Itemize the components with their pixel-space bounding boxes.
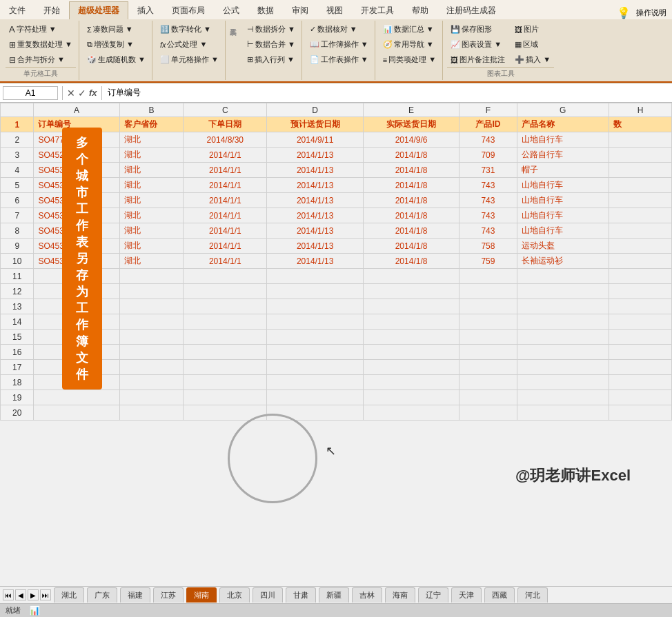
confirm-formula-icon[interactable]: ✓ — [78, 88, 86, 99]
cell-f7[interactable]: 743 — [459, 208, 517, 223]
cell-c3[interactable]: 2014/1/1 — [184, 148, 267, 163]
cell-b8[interactable]: 湖北 — [119, 223, 183, 239]
tab-super[interactable]: 超级处理器 — [69, 1, 128, 19]
cell-h6[interactable] — [609, 193, 671, 208]
cell-c1[interactable]: 下单日期 — [184, 117, 267, 132]
cell-e9[interactable]: 2014/1/8 — [363, 239, 459, 254]
tab-insert[interactable]: 插入 — [128, 1, 163, 19]
tab-next-btn[interactable]: ▶ — [28, 589, 39, 600]
tab-last-btn[interactable]: ⏭ — [40, 589, 51, 600]
formula-process-btn[interactable]: fx 公式处理 ▼ — [157, 37, 222, 52]
cell-b10[interactable]: 湖北 — [119, 254, 183, 269]
cell-f10[interactable]: 759 — [459, 254, 517, 269]
formula-input[interactable] — [106, 87, 669, 99]
sheet-tab-jiangsu[interactable]: 江苏 — [153, 587, 184, 603]
cell-g10[interactable]: 长袖运动衫 — [517, 254, 609, 269]
cell-c10[interactable]: 2014/1/1 — [184, 254, 267, 269]
cell-f2[interactable]: 743 — [459, 132, 517, 148]
cell-d4[interactable]: 2014/1/13 — [267, 163, 363, 178]
cell-g5[interactable]: 山地自行车 — [517, 178, 609, 193]
sheet-tab-xizang[interactable]: 西藏 — [484, 587, 515, 603]
tab-dev[interactable]: 开发工具 — [352, 1, 403, 19]
sheet-tab-beijing[interactable]: 北京 — [219, 587, 250, 603]
cell-g6[interactable]: 山地自行车 — [517, 193, 609, 208]
cell-c2[interactable]: 2014/8/30 — [184, 132, 267, 148]
cell-ops-btn[interactable]: ⬜ 单元格操作 ▼ — [157, 52, 222, 67]
cell-e10[interactable]: 2014/1/8 — [363, 254, 459, 269]
cell-e5[interactable]: 2014/1/8 — [363, 178, 459, 193]
cell-h5[interactable] — [609, 178, 671, 193]
tab-formula[interactable]: 公式 — [214, 1, 248, 19]
cell-b6[interactable]: 湖北 — [119, 193, 183, 208]
cell-c7[interactable]: 2014/1/1 — [184, 208, 267, 223]
cell-h3[interactable] — [609, 148, 671, 163]
chart-setting-btn[interactable]: 📈 图表设置 ▼ — [447, 37, 508, 52]
cell-e6[interactable]: 2014/1/8 — [363, 193, 459, 208]
operation-guide[interactable]: 操作说明 — [636, 8, 666, 18]
random-gen-btn[interactable]: 🎲 生成随机数 ▼ — [83, 52, 149, 67]
cell-h7[interactable] — [609, 208, 671, 223]
cell-g4[interactable]: 帽子 — [517, 163, 609, 178]
cell-c8[interactable]: 2014/1/1 — [184, 223, 267, 239]
cell-h8[interactable] — [609, 223, 671, 239]
insert2-btn[interactable]: ➕ 插入 ▼ — [511, 52, 554, 67]
sheet-tab-hebei[interactable]: 河北 — [517, 587, 548, 603]
merge-split-btn[interactable]: ⊟ 合并与拆分 ▼ — [6, 52, 76, 67]
sheet-tab-hainan[interactable]: 海南 — [385, 587, 415, 603]
cell-b9[interactable]: 湖北 — [119, 239, 183, 254]
repeat-process-btn[interactable]: ⊞ 重复数据处理 ▼ — [6, 37, 76, 52]
insert-col-btn[interactable]: ⊞ 插入行列 ▼ — [244, 52, 299, 67]
sheet-ops-btn[interactable]: 📄 工作表操作 ▼ — [306, 52, 372, 67]
col-a-header[interactable]: A — [34, 103, 119, 117]
col-g-header[interactable]: G — [517, 103, 609, 117]
workbook-ops-btn[interactable]: 📖 工作簿操作 ▼ — [306, 37, 372, 52]
cell-d5[interactable]: 2014/1/13 — [267, 178, 363, 193]
sheet-tab-xinjiang[interactable]: 新疆 — [319, 587, 349, 603]
tab-help[interactable]: 帮助 — [403, 1, 437, 19]
cancel-formula-icon[interactable]: ✕ — [67, 88, 75, 99]
tab-review[interactable]: 审阅 — [283, 1, 317, 19]
tab-file[interactable]: 文件 — [0, 1, 34, 19]
cell-b1[interactable]: 客户省份 — [119, 117, 183, 132]
col-f-header[interactable]: F — [459, 103, 517, 117]
col-e-header[interactable]: E — [363, 103, 459, 117]
sheet-tab-guangdong[interactable]: 广东 — [87, 587, 117, 603]
region-btn[interactable]: ▦ 区域 — [511, 37, 554, 52]
cell-h9[interactable] — [609, 239, 671, 254]
cell-f6[interactable]: 743 — [459, 193, 517, 208]
num-convert-btn[interactable]: 🔢 数字转化 ▼ — [157, 22, 222, 37]
tab-first-btn[interactable]: ⏮ — [3, 589, 14, 600]
cell-g7[interactable]: 山地自行车 — [517, 208, 609, 223]
cell-d2[interactable]: 2014/9/11 — [267, 132, 363, 148]
cell-e2[interactable]: 2014/9/6 — [363, 132, 459, 148]
nav-btn[interactable]: 🧭 常用导航 ▼ — [379, 37, 439, 52]
col-h-header[interactable]: H — [609, 103, 671, 117]
cell-h1[interactable]: 数 — [609, 117, 671, 132]
sheet-tab-tianjin[interactable]: 天津 — [451, 587, 482, 603]
cell-d8[interactable]: 2014/1/13 — [267, 223, 363, 239]
cell-g8[interactable]: 山地自行车 — [517, 223, 609, 239]
cell-e1[interactable]: 实际送货日期 — [363, 117, 459, 132]
cell-b3[interactable]: 湖北 — [119, 148, 183, 163]
cell-h4[interactable] — [609, 163, 671, 178]
name-box[interactable] — [3, 86, 58, 100]
tab-prev-btn[interactable]: ◀ — [15, 589, 26, 600]
col-c-header[interactable]: C — [184, 103, 267, 117]
data-check-btn[interactable]: ✓ 数据核对 ▼ — [306, 22, 372, 37]
cell-f3[interactable]: 709 — [459, 148, 517, 163]
sheet-tab-hunan[interactable]: 湖南 — [186, 587, 217, 603]
cell-e3[interactable]: 2014/1/8 — [363, 148, 459, 163]
sheet-tab-sichuan[interactable]: 四川 — [253, 587, 283, 603]
sum-problem-btn[interactable]: Σ 凑数问题 ▼ — [83, 22, 149, 37]
same-item-btn[interactable]: ≡ 同类项处理 ▼ — [379, 52, 439, 67]
cell-f4[interactable]: 731 — [459, 163, 517, 178]
sheet-tab-fujian[interactable]: 福建 — [120, 587, 150, 603]
cell-g9[interactable]: 运动头盔 — [517, 239, 609, 254]
cell-d3[interactable]: 2014/1/13 — [267, 148, 363, 163]
cell-g1[interactable]: 产品名称 — [517, 117, 609, 132]
cell-d10[interactable]: 2014/1/13 — [267, 254, 363, 269]
cell-g3[interactable]: 公路自行车 — [517, 148, 609, 163]
cell-c6[interactable]: 2014/1/1 — [184, 193, 267, 208]
cell-d9[interactable]: 2014/1/13 — [267, 239, 363, 254]
cell-b7[interactable]: 湖北 — [119, 208, 183, 223]
